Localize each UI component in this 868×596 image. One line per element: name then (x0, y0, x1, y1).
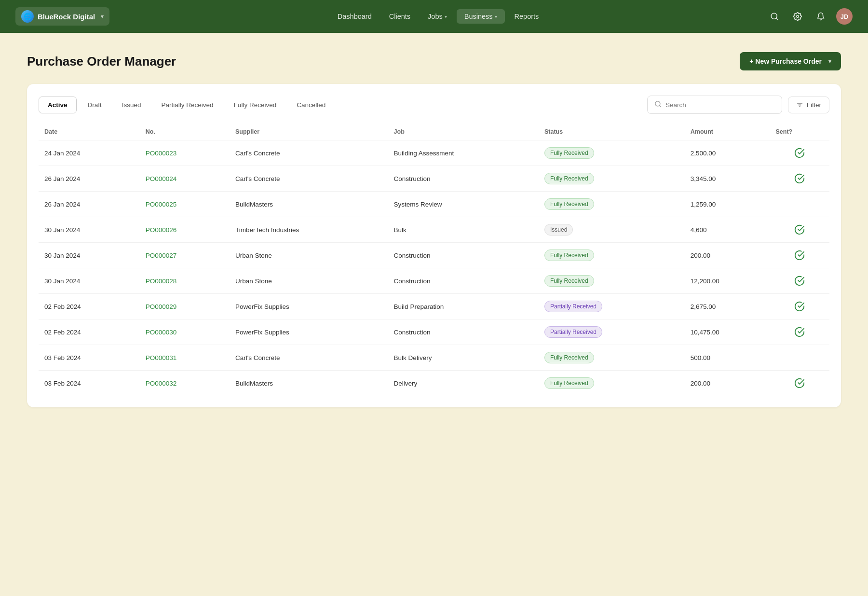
cell-no[interactable]: PO000029 (140, 294, 230, 319)
cell-sent (770, 345, 829, 371)
user-avatar[interactable]: JD (836, 8, 853, 25)
po-link[interactable]: PO000030 (146, 329, 177, 336)
tab-issued[interactable]: Issued (113, 97, 150, 113)
cell-job: Delivery (388, 371, 539, 396)
page-title: Purchase Order Manager (27, 54, 176, 69)
nav-actions: JD (767, 8, 853, 25)
po-link[interactable]: PO000029 (146, 303, 177, 310)
cell-no[interactable]: PO000032 (140, 371, 230, 396)
col-header-job: Job (388, 124, 539, 140)
table-row: 30 Jan 2024 PO000028 Urban Stone Constru… (39, 268, 829, 294)
brand-label: BlueRock Digital (38, 13, 95, 21)
nav-link-chevron-icon: ▾ (445, 14, 447, 19)
filter-label: Filter (807, 101, 821, 109)
search-button[interactable] (767, 9, 782, 24)
po-link[interactable]: PO000024 (146, 175, 177, 182)
new-po-label: + New Purchase Order (749, 57, 822, 65)
col-header-supplier: Supplier (230, 124, 388, 140)
status-badge: Fully Received (544, 275, 594, 287)
cell-status: Issued (539, 217, 685, 243)
cell-date: 26 Jan 2024 (39, 192, 140, 217)
cell-status: Fully Received (539, 243, 685, 268)
cell-supplier: BuildMasters (230, 192, 388, 217)
cell-amount: 2,500.00 (685, 140, 770, 166)
po-link[interactable]: PO000023 (146, 150, 177, 157)
cell-sent (770, 268, 829, 294)
cell-sent (770, 243, 829, 268)
cell-sent (770, 140, 829, 166)
cell-no[interactable]: PO000027 (140, 243, 230, 268)
col-header-amount: Amount (685, 124, 770, 140)
cell-no[interactable]: PO000030 (140, 319, 230, 345)
search-input[interactable] (665, 101, 775, 109)
po-link[interactable]: PO000027 (146, 252, 177, 259)
cell-job: Construction (388, 319, 539, 345)
po-link[interactable]: PO000028 (146, 277, 177, 285)
cell-date: 30 Jan 2024 (39, 243, 140, 268)
filter-icon (796, 101, 803, 109)
nav-link-reports[interactable]: Reports (507, 9, 547, 24)
cell-date: 30 Jan 2024 (39, 217, 140, 243)
notifications-button[interactable] (813, 9, 828, 24)
cell-no[interactable]: PO000026 (140, 217, 230, 243)
cell-date: 30 Jan 2024 (39, 268, 140, 294)
table-row: 03 Feb 2024 PO000031 Carl's Concrete Bul… (39, 345, 829, 371)
tab-cancelled[interactable]: Cancelled (287, 97, 335, 113)
table-row: 30 Jan 2024 PO000026 TimberTech Industri… (39, 217, 829, 243)
cell-supplier: Urban Stone (230, 243, 388, 268)
cell-no[interactable]: PO000031 (140, 345, 230, 371)
nav-link-dashboard[interactable]: Dashboard (330, 9, 380, 24)
cell-job: Construction (388, 243, 539, 268)
status-badge: Issued (544, 224, 573, 236)
cell-no[interactable]: PO000023 (140, 140, 230, 166)
po-link[interactable]: PO000026 (146, 226, 177, 234)
cell-supplier: PowerFix Supplies (230, 294, 388, 319)
table-row: 26 Jan 2024 PO000025 BuildMasters System… (39, 192, 829, 217)
cell-supplier: Carl's Concrete (230, 345, 388, 371)
globe-icon: 🌐 (21, 10, 34, 23)
table-card: ActiveDraftIssuedPartially ReceivedFully… (27, 84, 841, 407)
cell-amount: 500.00 (685, 345, 770, 371)
filter-button[interactable]: Filter (788, 97, 829, 113)
status-badge: Partially Received (544, 326, 602, 338)
po-link[interactable]: PO000032 (146, 380, 177, 387)
cell-status: Partially Received (539, 294, 685, 319)
status-badge: Fully Received (544, 352, 594, 363)
cell-supplier: Urban Stone (230, 268, 388, 294)
status-badge: Fully Received (544, 173, 594, 184)
tab-draft[interactable]: Draft (79, 97, 111, 113)
sent-check-icon (775, 250, 824, 261)
nav-link-clients[interactable]: Clients (381, 9, 418, 24)
cell-status: Fully Received (539, 371, 685, 396)
po-link[interactable]: PO000025 (146, 201, 177, 208)
cell-amount: 2,675.00 (685, 294, 770, 319)
tab-fully-received[interactable]: Fully Received (225, 97, 286, 113)
cell-amount: 200.00 (685, 371, 770, 396)
nav-link-label: Clients (389, 13, 410, 20)
svg-line-4 (659, 105, 661, 107)
po-link[interactable]: PO000031 (146, 354, 177, 361)
svg-line-1 (776, 18, 777, 19)
cell-status: Fully Received (539, 268, 685, 294)
table-row: 24 Jan 2024 PO000023 Carl's Concrete Bui… (39, 140, 829, 166)
nav-link-jobs[interactable]: Jobs▾ (420, 9, 455, 24)
cell-sent (770, 192, 829, 217)
nav-link-business[interactable]: Business▾ (457, 9, 505, 24)
navbar: 🌐 BlueRock Digital ▾ DashboardClientsJob… (0, 0, 868, 33)
main-content: Purchase Order Manager + New Purchase Or… (0, 33, 868, 596)
sent-check-icon (775, 148, 824, 158)
cell-no[interactable]: PO000025 (140, 192, 230, 217)
nav-brand[interactable]: 🌐 BlueRock Digital ▾ (15, 7, 109, 26)
status-badge: Fully Received (544, 377, 594, 389)
cell-no[interactable]: PO000028 (140, 268, 230, 294)
cell-status: Fully Received (539, 345, 685, 371)
cell-amount: 3,345.00 (685, 166, 770, 192)
cell-no[interactable]: PO000024 (140, 166, 230, 192)
new-purchase-order-button[interactable]: + New Purchase Order ▾ (740, 52, 841, 70)
tab-partially-received[interactable]: Partially Received (152, 97, 223, 113)
settings-button[interactable] (790, 9, 805, 24)
sent-check-icon (775, 276, 824, 286)
cell-amount: 10,475.00 (685, 319, 770, 345)
cell-sent (770, 294, 829, 319)
tab-active[interactable]: Active (39, 97, 77, 113)
